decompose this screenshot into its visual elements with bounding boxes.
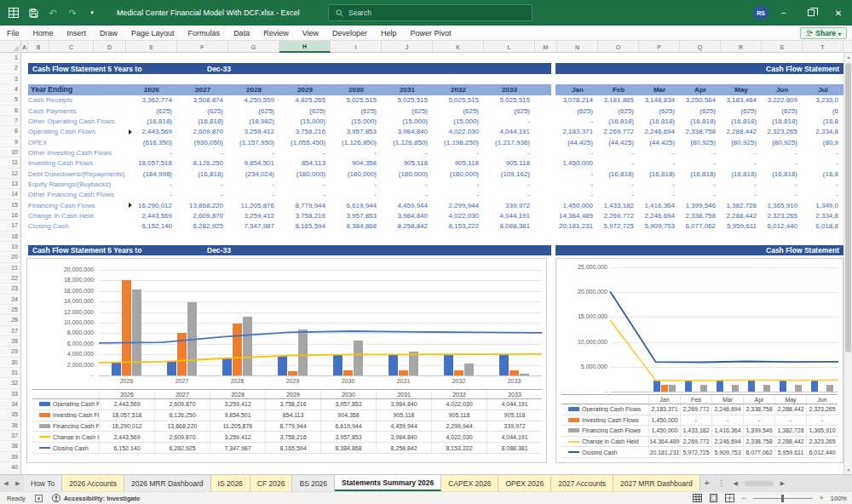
cell[interactable]: 6,012,440 (762, 221, 803, 232)
cell[interactable]: 1,399,546 (680, 200, 721, 210)
cell[interactable]: 854,113 (279, 158, 331, 169)
avatar[interactable]: RS (753, 5, 769, 20)
cell[interactable]: (16,818) (598, 169, 639, 179)
cell[interactable]: - (279, 179, 331, 189)
cell[interactable]: (625) (126, 106, 177, 116)
cell[interactable]: 2,269,772 (598, 210, 639, 220)
cell[interactable]: 2,183,371 (557, 127, 598, 137)
cell[interactable]: (16,818) (639, 169, 680, 179)
zoom-slider[interactable] (753, 498, 813, 499)
cell[interactable]: (930,050) (177, 137, 228, 147)
cell[interactable]: - (484, 190, 535, 200)
row-header-7[interactable]: 7 (0, 116, 20, 126)
cell[interactable]: 5,959,611 (721, 221, 762, 232)
new-sheet-button[interactable]: + (700, 475, 714, 491)
cell[interactable]: 7,347,987 (228, 221, 279, 232)
cell[interactable]: (625) (680, 106, 721, 116)
cell[interactable]: - (433, 179, 484, 189)
cell[interactable]: - (177, 190, 228, 200)
row-header-15[interactable]: 15 (0, 200, 20, 210)
cell[interactable]: 2,443,569 (126, 210, 177, 220)
cell[interactable]: - (803, 147, 843, 158)
cell[interactable]: - (228, 179, 279, 189)
row-header-34[interactable]: 34 (0, 399, 20, 410)
cell[interactable]: 6,077,062 (680, 221, 721, 232)
column-header-S[interactable]: S (762, 41, 803, 53)
cell[interactable]: (18,982) (228, 116, 279, 126)
cell[interactable]: 1,416,364 (639, 200, 680, 210)
cell[interactable]: 16,290,012 (126, 200, 177, 210)
cell[interactable]: - (557, 116, 598, 126)
section-banner-bottom-left[interactable]: Cash Flow Statement 5 Years to Dec-33 (28, 245, 551, 256)
cell[interactable]: - (557, 179, 598, 189)
tabs-scroll-left-icon[interactable]: ◀ (0, 475, 12, 491)
zoom-slider-thumb[interactable] (781, 495, 784, 502)
sheet-tab-2027-mrr-dashboard[interactable]: 2027 MRR Dashboard (613, 475, 700, 491)
ribbon-tab-view[interactable]: View (296, 26, 325, 41)
cell[interactable]: 3,148,834 (639, 95, 680, 106)
row-header-14[interactable]: 14 (0, 189, 20, 199)
cell[interactable]: (80,925) (762, 137, 803, 147)
cell[interactable]: - (721, 158, 762, 169)
cell[interactable]: 2,338,758 (680, 210, 721, 220)
row-header-37[interactable]: 37 (0, 431, 20, 441)
cell[interactable]: 1,450,000 (557, 200, 598, 210)
column-header-F[interactable]: F (177, 41, 228, 53)
close-button[interactable]: ✕ (825, 0, 852, 26)
cell[interactable]: 5,025,515 (484, 95, 535, 106)
row-header-39[interactable]: 39 (0, 452, 20, 462)
cell[interactable]: 1,433,182 (598, 200, 639, 210)
column-header-T[interactable]: T (803, 41, 843, 53)
monthly-cash-flow-chart[interactable]: -5,000,00010,000,00015,000,00020,000,000… (556, 258, 843, 463)
cell[interactable]: - (721, 190, 762, 200)
zoom-in-button[interactable]: + (820, 494, 824, 502)
row-label-cell[interactable]: Other Financing Cash Flows (28, 190, 126, 200)
cell[interactable]: (180,000) (433, 169, 484, 179)
page-layout-view-icon[interactable] (709, 494, 718, 503)
cell[interactable]: - (639, 190, 680, 200)
quick-access-dropdown-icon[interactable]: ▾ (86, 7, 98, 19)
row-label-cell[interactable]: Debt Drawdowns/(Repayments) (28, 169, 126, 179)
cell[interactable]: - (762, 158, 803, 169)
ribbon-tab-review[interactable]: Review (256, 26, 296, 41)
row-header-12[interactable]: 12 (0, 169, 20, 179)
row-header-3[interactable]: 3 (0, 74, 20, 84)
cell[interactable]: 8,779,944 (279, 200, 331, 210)
cell[interactable]: 2,338,758 (680, 127, 721, 137)
cell[interactable]: (16,818) (680, 169, 721, 179)
cell[interactable]: 5,025,515 (382, 95, 433, 106)
cell[interactable]: (1,198,250) (433, 137, 484, 147)
cell[interactable]: - (433, 190, 484, 200)
cell[interactable]: 2,299,944 (433, 200, 484, 210)
cell[interactable]: 5,972,725 (598, 221, 639, 232)
column-header-N[interactable]: N (557, 41, 598, 53)
search-input[interactable]: Search (328, 4, 532, 21)
row-label-cell[interactable]: Investing Cash Flows (28, 158, 126, 169)
column-header-R[interactable]: R (721, 41, 762, 53)
cell[interactable]: 8,258,842 (382, 221, 433, 232)
cell[interactable]: 905,118 (382, 158, 433, 169)
cell[interactable]: (16,8 (803, 169, 843, 179)
horizontal-scrollbar-thumb[interactable] (745, 481, 774, 486)
year-column-header[interactable]: 2028 (228, 84, 279, 94)
sheet-tab-how-to[interactable]: How To (24, 475, 62, 491)
cell[interactable]: 3,233,0 (803, 95, 843, 106)
ribbon-tab-formulas[interactable]: Formulas (181, 26, 227, 41)
cell[interactable]: 3,957,853 (331, 210, 382, 220)
ribbon-tab-page-layout[interactable]: Page Layout (124, 26, 181, 41)
cell[interactable]: 3,508,874 (177, 95, 228, 106)
select-all-corner[interactable] (0, 41, 21, 53)
cell[interactable]: - (557, 147, 598, 158)
cell[interactable]: - (639, 147, 680, 158)
scroll-up-icon[interactable]: ▲ (844, 53, 852, 61)
cell[interactable]: 6,152,140 (126, 221, 177, 232)
minimize-button[interactable]: − (770, 0, 797, 26)
table-header-months[interactable]: JanFebMarAprMayJunJul (556, 84, 843, 94)
row-header-10[interactable]: 10 (0, 147, 20, 158)
cell[interactable]: - (598, 190, 639, 200)
cell[interactable]: (625) (228, 106, 279, 116)
cell[interactable]: (625) (331, 106, 382, 116)
page-break-view-icon[interactable] (725, 494, 734, 503)
cell[interactable]: - (721, 179, 762, 189)
cell[interactable]: (44,425) (598, 137, 639, 147)
